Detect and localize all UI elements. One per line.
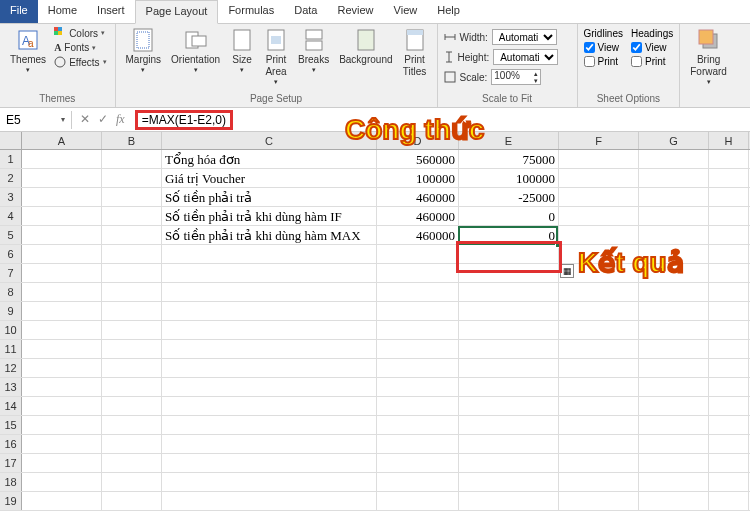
fx-button[interactable]: fx (116, 112, 125, 127)
col-header-c[interactable]: C (162, 132, 377, 149)
themes-button[interactable]: Aa Themes ▾ (6, 26, 50, 76)
cell-B4[interactable] (102, 207, 162, 225)
cell-H19[interactable] (709, 492, 749, 510)
cell-C10[interactable] (162, 321, 377, 339)
cell-B13[interactable] (102, 378, 162, 396)
cell-D16[interactable] (377, 435, 459, 453)
effects-button[interactable]: Effects▾ (52, 55, 108, 69)
background-button[interactable]: Background (335, 26, 396, 68)
cell-A13[interactable] (22, 378, 102, 396)
cell-F18[interactable] (559, 473, 639, 491)
cell-H8[interactable] (709, 283, 749, 301)
cell-E10[interactable] (459, 321, 559, 339)
cell-D8[interactable] (377, 283, 459, 301)
cell-C15[interactable] (162, 416, 377, 434)
cell-F8[interactable] (559, 283, 639, 301)
cell-G19[interactable] (639, 492, 709, 510)
cell-F2[interactable] (559, 169, 639, 187)
cell-E17[interactable] (459, 454, 559, 472)
tab-file[interactable]: File (0, 0, 38, 23)
cell-E6[interactable] (459, 245, 559, 263)
cell-H11[interactable] (709, 340, 749, 358)
cell-H13[interactable] (709, 378, 749, 396)
row-header[interactable]: 10 (0, 321, 22, 339)
cell-A8[interactable] (22, 283, 102, 301)
cell-D10[interactable] (377, 321, 459, 339)
worksheet-grid[interactable]: A B C D E F G H 1Tổng hóa đơn56000075000… (0, 132, 750, 511)
cell-G12[interactable] (639, 359, 709, 377)
row-header[interactable]: 6 (0, 245, 22, 263)
cell-B11[interactable] (102, 340, 162, 358)
cell-B17[interactable] (102, 454, 162, 472)
cell-B7[interactable] (102, 264, 162, 282)
cell-A14[interactable] (22, 397, 102, 415)
cell-E12[interactable] (459, 359, 559, 377)
cell-F4[interactable] (559, 207, 639, 225)
tab-view[interactable]: View (384, 0, 428, 23)
cell-G17[interactable] (639, 454, 709, 472)
print-titles-button[interactable]: Print Titles (399, 26, 431, 80)
row-header[interactable]: 12 (0, 359, 22, 377)
cell-G4[interactable] (639, 207, 709, 225)
accept-formula-button[interactable]: ✓ (98, 112, 108, 127)
cell-C16[interactable] (162, 435, 377, 453)
cell-F16[interactable] (559, 435, 639, 453)
cell-D14[interactable] (377, 397, 459, 415)
cell-H7[interactable] (709, 264, 749, 282)
row-header[interactable]: 5 (0, 226, 22, 244)
cell-F10[interactable] (559, 321, 639, 339)
cell-E14[interactable] (459, 397, 559, 415)
col-header-e[interactable]: E (459, 132, 559, 149)
row-header[interactable]: 3 (0, 188, 22, 206)
cell-A7[interactable] (22, 264, 102, 282)
cell-H5[interactable] (709, 226, 749, 244)
cell-A6[interactable] (22, 245, 102, 263)
cell-E19[interactable] (459, 492, 559, 510)
cell-A12[interactable] (22, 359, 102, 377)
cell-G9[interactable] (639, 302, 709, 320)
size-button[interactable]: Size▾ (226, 26, 258, 76)
cell-C14[interactable] (162, 397, 377, 415)
cell-D2[interactable]: 100000 (377, 169, 459, 187)
cell-E7[interactable] (459, 264, 559, 282)
cell-F5[interactable] (559, 226, 639, 244)
cell-A10[interactable] (22, 321, 102, 339)
breaks-button[interactable]: Breaks▾ (294, 26, 333, 76)
cell-B19[interactable] (102, 492, 162, 510)
cell-C7[interactable] (162, 264, 377, 282)
cell-A3[interactable] (22, 188, 102, 206)
tab-formulas[interactable]: Formulas (218, 0, 284, 23)
cell-D15[interactable] (377, 416, 459, 434)
cell-H15[interactable] (709, 416, 749, 434)
width-select[interactable]: Automatic (492, 29, 557, 45)
cell-H2[interactable] (709, 169, 749, 187)
cell-D12[interactable] (377, 359, 459, 377)
cell-B12[interactable] (102, 359, 162, 377)
cell-H3[interactable] (709, 188, 749, 206)
cell-G10[interactable] (639, 321, 709, 339)
margins-button[interactable]: Margins▾ (122, 26, 166, 76)
cell-G6[interactable] (639, 245, 709, 263)
cell-H6[interactable] (709, 245, 749, 263)
cell-F1[interactable] (559, 150, 639, 168)
cell-H4[interactable] (709, 207, 749, 225)
cell-G15[interactable] (639, 416, 709, 434)
cell-A18[interactable] (22, 473, 102, 491)
cell-A17[interactable] (22, 454, 102, 472)
cell-A4[interactable] (22, 207, 102, 225)
row-header[interactable]: 11 (0, 340, 22, 358)
cell-C5[interactable]: Số tiền phải trả khi dùng hàm MAX (162, 226, 377, 244)
cell-G3[interactable] (639, 188, 709, 206)
row-header[interactable]: 1 (0, 150, 22, 168)
cell-C19[interactable] (162, 492, 377, 510)
cell-D5[interactable]: 460000 (377, 226, 459, 244)
cell-A5[interactable] (22, 226, 102, 244)
col-header-b[interactable]: B (102, 132, 162, 149)
cell-D6[interactable] (377, 245, 459, 263)
row-header[interactable]: 7 (0, 264, 22, 282)
cell-D13[interactable] (377, 378, 459, 396)
cell-A11[interactable] (22, 340, 102, 358)
cell-B5[interactable] (102, 226, 162, 244)
cell-A1[interactable] (22, 150, 102, 168)
cell-G5[interactable] (639, 226, 709, 244)
